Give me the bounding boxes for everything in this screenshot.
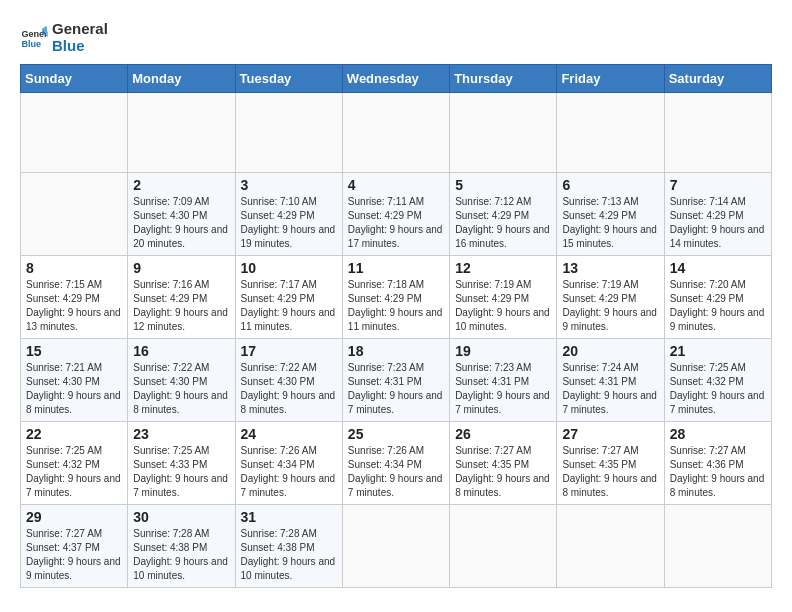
calendar-week-4: 22 Sunrise: 7:25 AM Sunset: 4:32 PM Dayl… (21, 422, 772, 505)
weekday-header-wednesday: Wednesday (342, 65, 449, 93)
day-info: Sunrise: 7:16 AM Sunset: 4:29 PM Dayligh… (133, 278, 229, 334)
day-info: Sunrise: 7:23 AM Sunset: 4:31 PM Dayligh… (455, 361, 551, 417)
day-number: 8 (26, 260, 122, 276)
calendar-cell: 21 Sunrise: 7:25 AM Sunset: 4:32 PM Dayl… (664, 339, 771, 422)
day-number: 19 (455, 343, 551, 359)
weekday-header-thursday: Thursday (450, 65, 557, 93)
day-info: Sunrise: 7:27 AM Sunset: 4:36 PM Dayligh… (670, 444, 766, 500)
calendar-cell (664, 93, 771, 173)
day-info: Sunrise: 7:22 AM Sunset: 4:30 PM Dayligh… (241, 361, 337, 417)
day-info: Sunrise: 7:27 AM Sunset: 4:37 PM Dayligh… (26, 527, 122, 583)
calendar-cell (450, 505, 557, 588)
day-number: 18 (348, 343, 444, 359)
day-info: Sunrise: 7:17 AM Sunset: 4:29 PM Dayligh… (241, 278, 337, 334)
calendar-cell (557, 505, 664, 588)
day-number: 17 (241, 343, 337, 359)
calendar-cell: 31 Sunrise: 7:28 AM Sunset: 4:38 PM Dayl… (235, 505, 342, 588)
day-info: Sunrise: 7:15 AM Sunset: 4:29 PM Dayligh… (26, 278, 122, 334)
day-number: 24 (241, 426, 337, 442)
calendar-cell: 16 Sunrise: 7:22 AM Sunset: 4:30 PM Dayl… (128, 339, 235, 422)
day-number: 28 (670, 426, 766, 442)
day-info: Sunrise: 7:10 AM Sunset: 4:29 PM Dayligh… (241, 195, 337, 251)
day-info: Sunrise: 7:19 AM Sunset: 4:29 PM Dayligh… (562, 278, 658, 334)
day-info: Sunrise: 7:27 AM Sunset: 4:35 PM Dayligh… (455, 444, 551, 500)
calendar-cell (557, 93, 664, 173)
calendar-cell: 8 Sunrise: 7:15 AM Sunset: 4:29 PM Dayli… (21, 256, 128, 339)
day-info: Sunrise: 7:24 AM Sunset: 4:31 PM Dayligh… (562, 361, 658, 417)
day-info: Sunrise: 7:26 AM Sunset: 4:34 PM Dayligh… (348, 444, 444, 500)
day-number: 21 (670, 343, 766, 359)
calendar-cell: 5 Sunrise: 7:12 AM Sunset: 4:29 PM Dayli… (450, 173, 557, 256)
calendar-cell (450, 93, 557, 173)
day-number: 13 (562, 260, 658, 276)
day-info: Sunrise: 7:27 AM Sunset: 4:35 PM Dayligh… (562, 444, 658, 500)
day-number: 26 (455, 426, 551, 442)
day-info: Sunrise: 7:23 AM Sunset: 4:31 PM Dayligh… (348, 361, 444, 417)
day-info: Sunrise: 7:25 AM Sunset: 4:32 PM Dayligh… (670, 361, 766, 417)
calendar-week-2: 8 Sunrise: 7:15 AM Sunset: 4:29 PM Dayli… (21, 256, 772, 339)
day-info: Sunrise: 7:13 AM Sunset: 4:29 PM Dayligh… (562, 195, 658, 251)
day-info: Sunrise: 7:19 AM Sunset: 4:29 PM Dayligh… (455, 278, 551, 334)
day-number: 31 (241, 509, 337, 525)
day-number: 11 (348, 260, 444, 276)
day-number: 10 (241, 260, 337, 276)
day-info: Sunrise: 7:11 AM Sunset: 4:29 PM Dayligh… (348, 195, 444, 251)
day-number: 23 (133, 426, 229, 442)
calendar-cell: 13 Sunrise: 7:19 AM Sunset: 4:29 PM Dayl… (557, 256, 664, 339)
calendar-cell: 20 Sunrise: 7:24 AM Sunset: 4:31 PM Dayl… (557, 339, 664, 422)
day-info: Sunrise: 7:26 AM Sunset: 4:34 PM Dayligh… (241, 444, 337, 500)
logo: General Blue General Blue (20, 20, 108, 54)
day-number: 22 (26, 426, 122, 442)
day-number: 7 (670, 177, 766, 193)
day-info: Sunrise: 7:25 AM Sunset: 4:32 PM Dayligh… (26, 444, 122, 500)
calendar-cell: 14 Sunrise: 7:20 AM Sunset: 4:29 PM Dayl… (664, 256, 771, 339)
weekday-header-monday: Monday (128, 65, 235, 93)
day-info: Sunrise: 7:18 AM Sunset: 4:29 PM Dayligh… (348, 278, 444, 334)
day-info: Sunrise: 7:20 AM Sunset: 4:29 PM Dayligh… (670, 278, 766, 334)
day-number: 6 (562, 177, 658, 193)
calendar-cell: 6 Sunrise: 7:13 AM Sunset: 4:29 PM Dayli… (557, 173, 664, 256)
logo-name-blue: Blue (52, 37, 108, 54)
weekday-header-friday: Friday (557, 65, 664, 93)
calendar-cell: 12 Sunrise: 7:19 AM Sunset: 4:29 PM Dayl… (450, 256, 557, 339)
calendar-week-5: 29 Sunrise: 7:27 AM Sunset: 4:37 PM Dayl… (21, 505, 772, 588)
calendar-cell (664, 505, 771, 588)
weekday-header-tuesday: Tuesday (235, 65, 342, 93)
calendar-cell: 2 Sunrise: 7:09 AM Sunset: 4:30 PM Dayli… (128, 173, 235, 256)
day-number: 16 (133, 343, 229, 359)
calendar-cell: 15 Sunrise: 7:21 AM Sunset: 4:30 PM Dayl… (21, 339, 128, 422)
day-number: 4 (348, 177, 444, 193)
calendar-cell (21, 93, 128, 173)
calendar-cell: 23 Sunrise: 7:25 AM Sunset: 4:33 PM Dayl… (128, 422, 235, 505)
day-number: 9 (133, 260, 229, 276)
weekday-header-saturday: Saturday (664, 65, 771, 93)
day-info: Sunrise: 7:09 AM Sunset: 4:30 PM Dayligh… (133, 195, 229, 251)
calendar-week-3: 15 Sunrise: 7:21 AM Sunset: 4:30 PM Dayl… (21, 339, 772, 422)
calendar-cell: 28 Sunrise: 7:27 AM Sunset: 4:36 PM Dayl… (664, 422, 771, 505)
calendar-cell: 27 Sunrise: 7:27 AM Sunset: 4:35 PM Dayl… (557, 422, 664, 505)
day-info: Sunrise: 7:28 AM Sunset: 4:38 PM Dayligh… (133, 527, 229, 583)
calendar-cell (342, 505, 449, 588)
calendar-cell: 7 Sunrise: 7:14 AM Sunset: 4:29 PM Dayli… (664, 173, 771, 256)
calendar-cell: 4 Sunrise: 7:11 AM Sunset: 4:29 PM Dayli… (342, 173, 449, 256)
calendar-cell (235, 93, 342, 173)
day-number: 14 (670, 260, 766, 276)
weekday-header-sunday: Sunday (21, 65, 128, 93)
logo-name-general: General (52, 20, 108, 37)
day-number: 15 (26, 343, 122, 359)
day-number: 30 (133, 509, 229, 525)
calendar-table: SundayMondayTuesdayWednesdayThursdayFrid… (20, 64, 772, 588)
day-number: 3 (241, 177, 337, 193)
logo-icon: General Blue (20, 23, 48, 51)
calendar-cell (21, 173, 128, 256)
calendar-week-1: 2 Sunrise: 7:09 AM Sunset: 4:30 PM Dayli… (21, 173, 772, 256)
day-number: 25 (348, 426, 444, 442)
day-info: Sunrise: 7:12 AM Sunset: 4:29 PM Dayligh… (455, 195, 551, 251)
day-info: Sunrise: 7:21 AM Sunset: 4:30 PM Dayligh… (26, 361, 122, 417)
calendar-cell: 25 Sunrise: 7:26 AM Sunset: 4:34 PM Dayl… (342, 422, 449, 505)
calendar-cell: 18 Sunrise: 7:23 AM Sunset: 4:31 PM Dayl… (342, 339, 449, 422)
calendar-cell (128, 93, 235, 173)
day-number: 29 (26, 509, 122, 525)
calendar-cell: 11 Sunrise: 7:18 AM Sunset: 4:29 PM Dayl… (342, 256, 449, 339)
calendar-cell: 30 Sunrise: 7:28 AM Sunset: 4:38 PM Dayl… (128, 505, 235, 588)
